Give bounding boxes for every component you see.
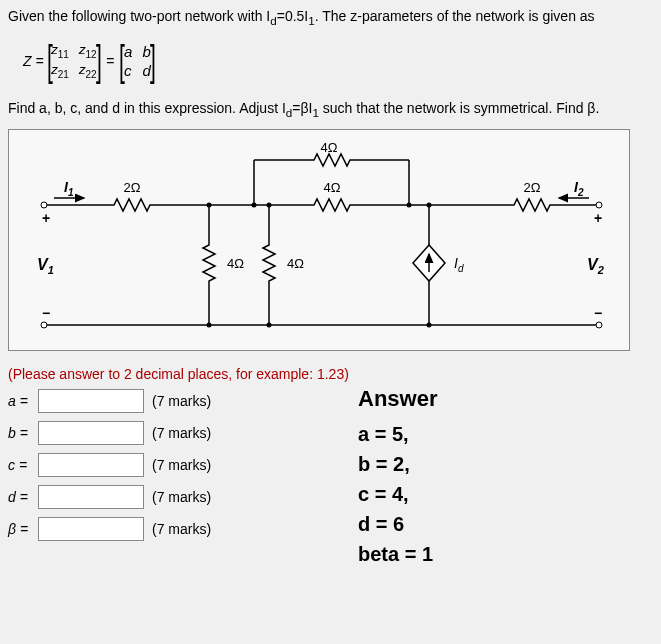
svg-text:2Ω: 2Ω [524, 180, 541, 195]
svg-text:−: − [594, 305, 602, 321]
svg-text:4Ω: 4Ω [227, 256, 244, 271]
answer-title: Answer [358, 382, 437, 415]
svg-text:V2: V2 [587, 256, 604, 276]
answer-block: Answer a = 5, b = 2, c = 4, d = 6 beta =… [358, 382, 437, 569]
r-top-label: 4Ω [321, 140, 338, 155]
svg-point-29 [407, 202, 412, 207]
d-label: d = [8, 489, 38, 505]
answer-d: d = 6 [358, 509, 437, 539]
svg-text:+: + [42, 210, 50, 226]
svg-text:2Ω: 2Ω [124, 180, 141, 195]
svg-text:V1: V1 [37, 256, 54, 276]
d-input[interactable] [38, 485, 144, 509]
svg-text:4Ω: 4Ω [287, 256, 304, 271]
z-matrix-expression: Z = [ z11 z12 z21 z22 ] = [ a b c d ] [23, 37, 653, 85]
answer-beta: beta = 1 [358, 539, 437, 569]
svg-point-24 [596, 202, 602, 208]
svg-point-22 [41, 202, 47, 208]
answer-c: c = 4, [358, 479, 437, 509]
problem-find: Find a, b, c, and d in this expression. … [8, 100, 653, 119]
a-marks: (7 marks) [152, 393, 211, 409]
svg-point-31 [207, 322, 212, 327]
svg-point-28 [267, 202, 272, 207]
svg-point-26 [207, 202, 212, 207]
b-input[interactable] [38, 421, 144, 445]
a-label: a = [8, 393, 38, 409]
beta-marks: (7 marks) [152, 521, 211, 537]
c-input[interactable] [38, 453, 144, 477]
d-marks: (7 marks) [152, 489, 211, 505]
svg-point-30 [427, 202, 432, 207]
decimal-prompt: (Please answer to 2 decimal places, for … [8, 366, 653, 382]
svg-point-33 [427, 322, 432, 327]
answer-b: b = 2, [358, 449, 437, 479]
svg-text:I1: I1 [64, 179, 74, 198]
b-label: b = [8, 425, 38, 441]
c-label: c = [8, 457, 38, 473]
b-marks: (7 marks) [152, 425, 211, 441]
a-input[interactable] [38, 389, 144, 413]
svg-point-32 [267, 322, 272, 327]
svg-text:−: − [42, 305, 50, 321]
beta-input[interactable] [38, 517, 144, 541]
svg-point-25 [596, 322, 602, 328]
circuit-diagram: 4Ω 2Ω 4Ω 2Ω 4Ω 4Ω Id I1 I2 + V1 − + V2 [8, 129, 630, 351]
c-marks: (7 marks) [152, 457, 211, 473]
problem-intro: Given the following two-port network wit… [8, 8, 653, 27]
svg-text:I2: I2 [574, 179, 584, 198]
svg-text:Id: Id [454, 255, 464, 274]
answer-a: a = 5, [358, 419, 437, 449]
svg-point-27 [252, 202, 257, 207]
svg-text:+: + [594, 210, 602, 226]
beta-label: β = [8, 521, 38, 537]
svg-text:4Ω: 4Ω [324, 180, 341, 195]
svg-point-23 [41, 322, 47, 328]
